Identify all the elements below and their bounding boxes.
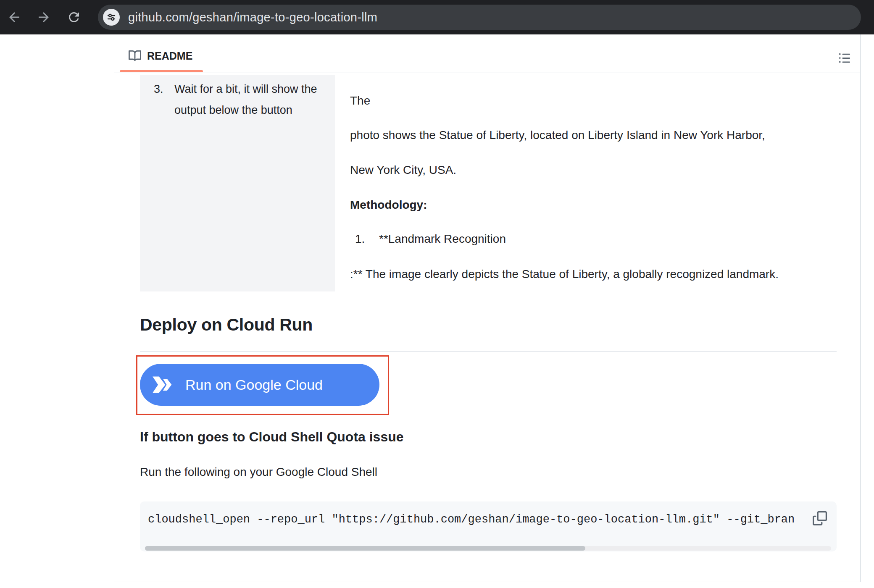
steps-table-cell: 3. Wait for a bit, it will show the outp… bbox=[140, 75, 335, 291]
readme-tab[interactable]: README bbox=[129, 50, 192, 62]
readme-title: README bbox=[147, 50, 192, 62]
reload-icon bbox=[66, 10, 82, 25]
run-on-google-cloud-label: Run on Google Cloud bbox=[185, 377, 323, 393]
tune-icon bbox=[106, 12, 116, 22]
methodology-label: Methodology: bbox=[350, 198, 427, 212]
cloud-run-chevrons-icon bbox=[152, 375, 175, 394]
copy-code-button[interactable] bbox=[811, 509, 829, 528]
output-list-text: **Landmark Recognition bbox=[379, 232, 506, 246]
outline-menu-button[interactable] bbox=[836, 50, 853, 66]
quota-intro-text: Run the following on your Google Cloud S… bbox=[140, 465, 377, 479]
url-text: github.com/geshan/image-to-geo-location-… bbox=[128, 10, 377, 24]
output-line: photo shows the Statue of Liberty, locat… bbox=[350, 129, 765, 142]
copy-icon bbox=[813, 511, 827, 525]
browser-toolbar: github.com/geshan/image-to-geo-location-… bbox=[0, 0, 874, 34]
output-line: New York City, USA. bbox=[350, 163, 456, 177]
code-block: cloudshell_open --repo_url "https://gith… bbox=[140, 501, 837, 551]
back-arrow-icon bbox=[7, 10, 22, 25]
book-icon bbox=[129, 50, 141, 62]
quota-heading: If button goes to Cloud Shell Quota issu… bbox=[140, 429, 404, 445]
reload-button[interactable] bbox=[66, 9, 82, 26]
output-line: :** The image clearly depicts the Statue… bbox=[350, 268, 779, 281]
code-scrollbar-thumb[interactable] bbox=[145, 546, 585, 551]
code-text: cloudshell_open --repo_url "https://gith… bbox=[148, 513, 803, 526]
back-button[interactable] bbox=[6, 9, 23, 26]
output-line: The bbox=[350, 94, 370, 108]
code-scrollbar-track bbox=[145, 546, 831, 551]
active-tab-underline bbox=[120, 70, 203, 72]
run-on-google-cloud-button[interactable]: Run on Google Cloud bbox=[140, 364, 379, 406]
forward-button[interactable] bbox=[35, 9, 52, 26]
readme-header-divider bbox=[114, 73, 861, 73]
forward-arrow-icon bbox=[36, 10, 51, 25]
list-unordered-icon bbox=[838, 52, 851, 64]
browser-window: github.com/geshan/image-to-geo-location-… bbox=[0, 0, 874, 588]
site-settings-button[interactable] bbox=[103, 9, 120, 26]
step-number: 3. bbox=[154, 79, 163, 100]
heading-divider bbox=[140, 351, 837, 352]
deploy-heading: Deploy on Cloud Run bbox=[140, 315, 313, 335]
output-list-number: 1. bbox=[355, 232, 365, 246]
step-text: Wait for a bit, it will show the output … bbox=[174, 79, 322, 121]
address-bar[interactable]: github.com/geshan/image-to-geo-location-… bbox=[98, 5, 861, 30]
